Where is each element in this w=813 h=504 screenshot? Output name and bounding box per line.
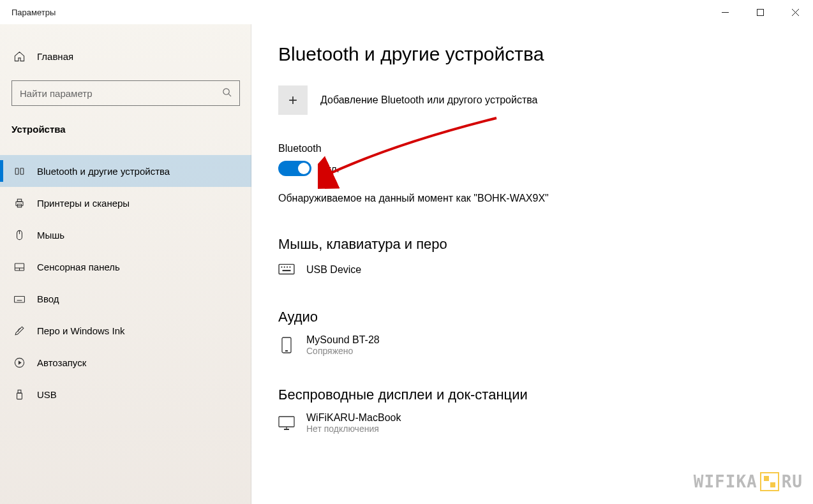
mouse-icon (13, 228, 26, 241)
sidebar: Главная Устройства Bluetooth и другие ус… (0, 24, 251, 504)
toggle-status-label: Вкл. (320, 163, 339, 174)
watermark: WIFIKA RU (694, 472, 803, 491)
device-name: MySound BT-28 (306, 334, 380, 346)
sidebar-item-touchpad[interactable]: Сенсорная панель (0, 251, 251, 283)
svg-line-5 (228, 94, 231, 96)
add-device-row[interactable]: + Добавление Bluetooth или другого устро… (278, 85, 813, 115)
device-name: WiFiKARU-MacBook (306, 412, 401, 424)
sidebar-item-mouse[interactable]: Мышь (0, 219, 251, 251)
sidebar-item-label: Перо и Windows Ink (37, 325, 125, 336)
sidebar-item-label: Принтеры и сканеры (37, 198, 130, 209)
watermark-right: RU (782, 472, 803, 491)
sidebar-item-label: Bluetooth и другие устройства (37, 166, 170, 177)
device-usb[interactable]: USB Device (278, 262, 813, 278)
discoverable-text: Обнаруживаемое на данный момент как "BOH… (278, 193, 813, 204)
maximize-button[interactable] (743, 0, 778, 24)
pen-icon (13, 324, 26, 337)
svg-rect-6 (15, 168, 19, 174)
sidebar-category: Устройства (0, 106, 251, 141)
search-container (11, 80, 240, 106)
sidebar-list: Bluetooth и другие устройства Принтеры и… (0, 155, 251, 410)
section-audio: Аудио (278, 309, 813, 325)
titlebar: Параметры (0, 0, 813, 24)
sidebar-item-usb[interactable]: USB (0, 378, 251, 410)
keyboard-device-icon (278, 262, 295, 278)
svg-rect-8 (15, 202, 22, 205)
device-wireless[interactable]: WiFiKARU-MacBook Нет подключения (278, 412, 813, 434)
sidebar-item-typing[interactable]: Ввод (0, 283, 251, 315)
minimize-button[interactable] (708, 0, 743, 24)
page-title: Bluetooth и другие устройства (278, 43, 813, 65)
sidebar-item-label: Мышь (37, 230, 64, 241)
monitor-device-icon (278, 415, 295, 431)
autoplay-icon (13, 356, 26, 369)
home-label: Главная (37, 51, 73, 62)
section-mouse-kb-pen: Мышь, клавиатура и перо (278, 236, 813, 253)
svg-rect-24 (18, 390, 21, 393)
window-title: Параметры (11, 8, 56, 17)
qr-icon (760, 472, 779, 491)
search-input-wrap[interactable] (11, 80, 240, 106)
section-wireless: Беспроводные дисплеи и док-станции (278, 387, 813, 403)
sidebar-item-label: Сенсорная панель (37, 262, 120, 272)
svg-rect-7 (20, 168, 24, 174)
device-status: Нет подключения (306, 424, 401, 434)
sidebar-item-pen[interactable]: Перо и Windows Ink (0, 315, 251, 346)
usb-icon (13, 388, 26, 401)
search-icon (222, 87, 232, 100)
window-controls (708, 0, 813, 24)
home-icon (13, 50, 26, 63)
home-link[interactable]: Главная (0, 43, 251, 69)
svg-rect-9 (17, 199, 21, 202)
search-input[interactable] (20, 88, 222, 99)
add-device-label: Добавление Bluetooth или другого устройс… (320, 94, 538, 106)
svg-rect-34 (279, 417, 294, 427)
keyboard-icon (13, 292, 26, 305)
svg-marker-23 (18, 360, 21, 364)
sidebar-item-bluetooth[interactable]: Bluetooth и другие устройства (0, 155, 251, 187)
close-button[interactable] (778, 0, 813, 24)
printer-icon (13, 196, 26, 209)
bluetooth-toggle[interactable] (278, 161, 311, 176)
bluetooth-devices-icon (13, 165, 26, 177)
bluetooth-toggle-row: Вкл. (278, 161, 813, 176)
watermark-left: WIFIKA (694, 472, 757, 491)
content-area: Bluetooth и другие устройства + Добавлен… (251, 24, 813, 504)
bluetooth-heading: Bluetooth (278, 143, 813, 154)
device-status: Сопряжено (306, 346, 380, 356)
plus-icon: + (288, 91, 297, 109)
sidebar-item-autoplay[interactable]: Автозапуск (0, 346, 251, 378)
svg-rect-25 (17, 393, 22, 399)
device-audio[interactable]: MySound BT-28 Сопряжено (278, 334, 813, 356)
svg-rect-1 (757, 9, 764, 15)
device-name: USB Device (306, 264, 361, 276)
sidebar-item-label: Автозапуск (37, 357, 86, 368)
svg-rect-16 (14, 296, 24, 302)
sidebar-item-label: Ввод (37, 293, 59, 304)
touchpad-icon (13, 260, 26, 273)
svg-rect-26 (279, 264, 294, 274)
add-device-button[interactable]: + (278, 85, 308, 115)
sidebar-item-label: USB (37, 389, 57, 400)
phone-device-icon (278, 337, 295, 353)
svg-point-4 (223, 88, 229, 94)
sidebar-item-printers[interactable]: Принтеры и сканеры (0, 187, 251, 219)
